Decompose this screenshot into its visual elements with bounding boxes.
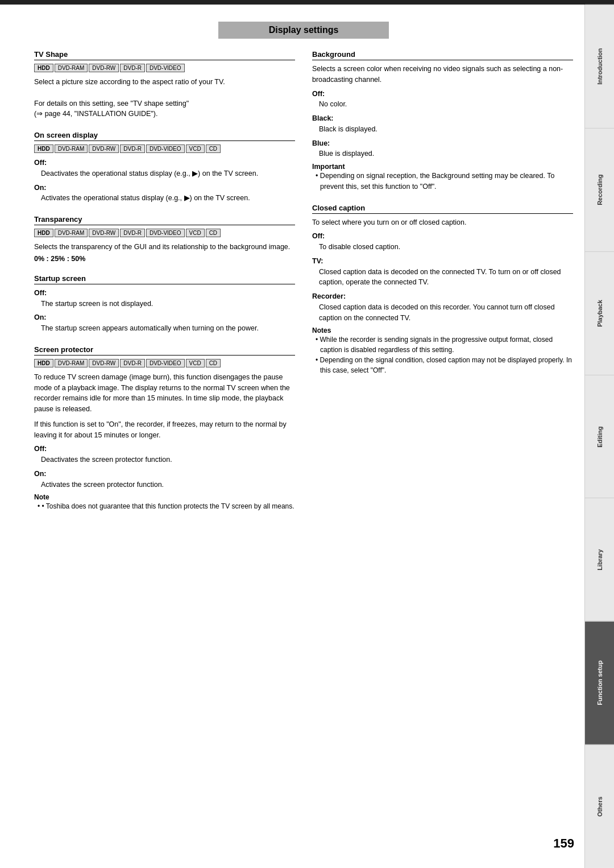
on-screen-on-body: Activates the operational status display…	[34, 193, 295, 204]
screen-protector-body: To reduce TV screen damage (image burn),…	[34, 372, 295, 415]
badge-dvdram3: DVD-RAM	[55, 229, 88, 237]
badge-dvdvideo2: DVD-VIDEO	[146, 144, 185, 153]
closed-caption-subs: Off: To disable closed caption. TV: Clos…	[312, 231, 573, 323]
sp-on-label: On:	[34, 469, 295, 480]
section-closed-caption: Closed caption To select where you turn …	[312, 204, 573, 376]
badge-vcd2: VCD	[186, 144, 205, 153]
badge-dvdrw3: DVD-RW	[89, 229, 119, 237]
cc-recorder-label: Recorder:	[312, 291, 573, 302]
section-tv-shape: TV Shape HDD DVD-RAM DVD-RW DVD-R DVD-VI…	[34, 50, 295, 119]
tv-shape-extra: For details on this setting, see "TV sha…	[34, 100, 189, 118]
transparency-heading: Transparency	[34, 215, 295, 225]
sidebar-tab-introduction[interactable]: Introduction	[585, 5, 614, 128]
badge-hdd3: HDD	[34, 229, 53, 237]
badge-cd4: CD	[206, 359, 221, 367]
sp-on-body: Activates the screen protector function.	[34, 480, 295, 490]
section-screen-protector: Screen protector HDD DVD-RAM DVD-RW DVD-…	[34, 345, 295, 512]
badge-dvdram4: DVD-RAM	[55, 359, 88, 367]
badge-dvdrw: DVD-RW	[89, 64, 119, 72]
startup-body: Off: The startup screen is not displayed…	[34, 288, 295, 334]
page-title: Display settings	[218, 22, 389, 39]
two-col-layout: TV Shape HDD DVD-RAM DVD-RW DVD-R DVD-VI…	[34, 50, 573, 523]
startup-off-label: Off:	[34, 288, 295, 299]
background-body: Selects a screen color when receiving no…	[312, 64, 573, 85]
badge-hdd: HDD	[34, 64, 53, 72]
tv-shape-body: Select a picture size according to the a…	[34, 77, 295, 119]
main-content: Display settings TV Shape HDD DVD-RAM DV…	[0, 5, 584, 868]
bg-blue-body: Blue is displayed.	[312, 148, 573, 159]
sidebar-tab-function-setup[interactable]: Function setup	[585, 621, 614, 745]
sp-off-body: Deactivates the screen protector functio…	[34, 454, 295, 465]
badge-cd2: CD	[206, 144, 221, 153]
percent-options: 0% : 25% : 50%	[34, 255, 295, 263]
screen-protector-subs: Off: Deactivates the screen protector fu…	[34, 444, 295, 490]
cc-tv-label: TV:	[312, 256, 573, 267]
col-left: TV Shape HDD DVD-RAM DVD-RW DVD-R DVD-VI…	[34, 50, 295, 523]
sidebar-tab-editing[interactable]: Editing	[585, 375, 614, 498]
col-right: Background Selects a screen color when r…	[312, 50, 573, 523]
transparency-badges: HDD DVD-RAM DVD-RW DVD-R DVD-VIDEO VCD C…	[34, 229, 295, 237]
background-important: Important Depending on signal reception,…	[312, 163, 573, 192]
startup-on-body: The startup screen appears automatically…	[34, 323, 295, 334]
badge-hdd2: HDD	[34, 144, 53, 153]
cc-off-label: Off:	[312, 231, 573, 242]
bg-off-body: No color.	[312, 99, 573, 110]
badge-dvdvideo3: DVD-VIDEO	[146, 229, 185, 237]
cc-off-body: To disable closed caption.	[312, 242, 573, 253]
badge-dvdvideo: DVD-VIDEO	[146, 64, 185, 72]
badge-vcd3: VCD	[186, 229, 205, 237]
badge-dvdram2: DVD-RAM	[55, 144, 88, 153]
bg-black-body: Black is displayed.	[312, 124, 573, 135]
bg-important-item: Depending on signal reception, the Backg…	[312, 171, 573, 192]
badge-dvdrw4: DVD-RW	[89, 359, 119, 367]
on-screen-off-label: Off:	[34, 158, 295, 168]
screen-protector-badges: HDD DVD-RAM DVD-RW DVD-R DVD-VIDEO VCD C…	[34, 359, 295, 367]
badge-dvdram: DVD-RAM	[55, 64, 88, 72]
badge-dvdvideo4: DVD-VIDEO	[146, 359, 185, 367]
cc-notes-label: Notes	[312, 326, 573, 334]
on-screen-on-label: On:	[34, 183, 295, 193]
on-screen-body: Off: Deactivates the operational status …	[34, 158, 295, 204]
sp-note-item: • Toshiba does not guarantee that this f…	[34, 501, 295, 511]
section-startup: Startup screen Off: The startup screen i…	[34, 274, 295, 334]
on-screen-heading: On screen display	[34, 131, 295, 141]
background-heading: Background	[312, 50, 573, 60]
startup-off-body: The startup screen is not displayed.	[34, 299, 295, 309]
page-title-section: Display settings	[34, 22, 573, 39]
badge-vcd4: VCD	[186, 359, 205, 367]
sidebar-tab-playback[interactable]: Playback	[585, 251, 614, 375]
tv-shape-badges: HDD DVD-RAM DVD-RW DVD-R DVD-VIDEO	[34, 64, 295, 72]
sp-note-label: Note	[34, 493, 295, 501]
on-screen-off-body: Deactivates the operational status displ…	[34, 168, 295, 179]
cc-recorder-body: Closed caption data is decoded on this r…	[312, 302, 573, 324]
badge-dvdrw2: DVD-RW	[89, 144, 119, 153]
sidebar-tab-recording[interactable]: Recording	[585, 128, 614, 251]
section-on-screen: On screen display HDD DVD-RAM DVD-RW DVD…	[34, 131, 295, 204]
cc-tv-body: Closed caption data is decoded on the co…	[312, 267, 573, 288]
screen-protector-heading: Screen protector	[34, 345, 295, 356]
bg-important-label: Important	[312, 163, 573, 171]
badge-dvdr: DVD-R	[120, 64, 145, 72]
cc-note-1: While the recorder is sending signals in…	[312, 334, 573, 355]
closed-caption-body: To select where you turn on or off close…	[312, 217, 573, 228]
top-bar	[0, 0, 614, 5]
sidebar-tab-others[interactable]: Others	[585, 745, 614, 868]
badge-dvdr3: DVD-R	[120, 229, 145, 237]
bg-black-label: Black:	[312, 113, 573, 124]
sp-off-label: Off:	[34, 444, 295, 454]
sidebar-tab-library[interactable]: Library	[585, 498, 614, 621]
screen-protector-extra: If this function is set to "On", the rec…	[34, 419, 295, 441]
on-screen-badges: HDD DVD-RAM DVD-RW DVD-R DVD-VIDEO VCD C…	[34, 144, 295, 153]
bg-blue-label: Blue:	[312, 138, 573, 149]
badge-cd3: CD	[206, 229, 221, 237]
badge-dvdr4: DVD-R	[120, 359, 145, 367]
cc-note-2: Depending on the signal condition, close…	[312, 355, 573, 375]
page-number: 159	[553, 836, 574, 851]
badge-hdd4: HDD	[34, 359, 53, 367]
transparency-body: Selects the transparency of the GUI and …	[34, 242, 295, 253]
tv-shape-heading: TV Shape	[34, 50, 295, 60]
right-sidebar: Introduction Recording Playback Editing …	[584, 5, 614, 868]
page-container: Display settings TV Shape HDD DVD-RAM DV…	[0, 5, 614, 868]
section-background: Background Selects a screen color when r…	[312, 50, 573, 192]
startup-heading: Startup screen	[34, 274, 295, 284]
